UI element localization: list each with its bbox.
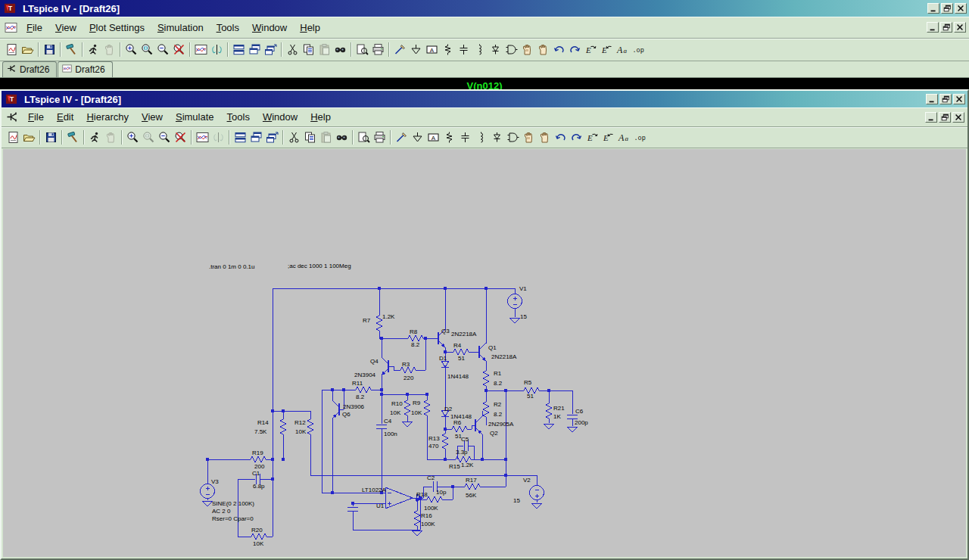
tool-zoomarea-button[interactable] [139, 41, 155, 59]
plot-restore-button[interactable] [941, 3, 953, 14]
tool-dragh-button[interactable] [519, 41, 535, 59]
tool-hand-button[interactable] [535, 41, 551, 59]
tool-run-button[interactable] [87, 129, 103, 147]
plot-document-icon[interactable] [3, 20, 18, 34]
tool-label-button[interactable]: A [425, 129, 441, 147]
tool-print-button[interactable] [370, 41, 386, 59]
component-C8[interactable] [347, 507, 358, 511]
tab-draft26-schematic[interactable]: Draft26 [2, 61, 57, 77]
tool-diode-button[interactable] [489, 129, 505, 147]
tool-panel-button[interactable] [64, 41, 79, 59]
tab-draft26-plot[interactable]: Draft26 [58, 61, 112, 77]
tool-zoomout-button[interactable] [155, 41, 171, 59]
tool-wire-button[interactable] [394, 129, 410, 147]
tool-copy-button[interactable] [302, 129, 318, 147]
menu-file[interactable]: File [22, 109, 50, 125]
tool-plotpane-button[interactable] [195, 129, 210, 147]
menu-tools[interactable]: Tools [210, 20, 245, 36]
menu-view[interactable]: View [49, 20, 83, 36]
tool-comp-button[interactable] [503, 41, 519, 59]
menu-plot-settings[interactable]: Plot Settings [83, 20, 151, 36]
tool-ground-button[interactable] [410, 129, 425, 147]
tool-new-button[interactable] [5, 129, 21, 147]
tool-preview-button[interactable] [356, 129, 372, 147]
component-R13[interactable] [442, 431, 448, 451]
tool-comp-button[interactable] [505, 129, 521, 147]
menu-tools[interactable]: Tools [221, 109, 256, 125]
component-Q1[interactable] [479, 343, 486, 361]
schematic-minimize-button[interactable] [926, 94, 938, 104]
tool-cut-button[interactable] [285, 41, 301, 59]
tool-tile-button[interactable] [232, 129, 248, 147]
schematic-document-icon[interactable] [5, 110, 20, 124]
tool-dragh-button[interactable] [521, 129, 537, 147]
component-R12[interactable] [307, 417, 313, 437]
component-R14[interactable] [280, 417, 286, 437]
tool-rotate-button[interactable]: E [600, 129, 616, 147]
tool-plotpane-button[interactable] [193, 41, 209, 59]
menu-help[interactable]: Help [304, 109, 337, 125]
tool-save-button[interactable] [43, 129, 59, 147]
schematic-close-button[interactable] [953, 94, 965, 104]
component-R21[interactable] [546, 401, 552, 421]
tool-cap-button[interactable] [456, 41, 472, 59]
component-R3[interactable] [398, 367, 418, 373]
component-R11[interactable] [354, 387, 373, 393]
tool-redo-button[interactable] [567, 41, 583, 59]
component-C4[interactable] [376, 425, 387, 428]
component-V1[interactable] [508, 294, 522, 309]
tool-panel-button[interactable] [65, 129, 81, 147]
tool-copy-button[interactable] [301, 41, 316, 59]
tool-wire-button[interactable] [392, 41, 408, 59]
tool-run-button[interactable] [86, 41, 101, 59]
tool-save-button[interactable] [42, 41, 58, 59]
schematic-restore-button[interactable] [939, 94, 952, 104]
tool-cascade-button[interactable] [248, 129, 264, 147]
tool-cascade2-button[interactable] [263, 41, 279, 59]
tool-zoomin-button[interactable] [123, 41, 139, 59]
component-R2[interactable] [483, 400, 489, 419]
tool-zoomfull-button[interactable] [173, 129, 189, 147]
tool-text-button[interactable]: Aa [615, 41, 631, 59]
menu-edit[interactable]: Edit [51, 109, 79, 125]
tool-op-button[interactable]: .op [631, 41, 647, 59]
plot-child-minimize-button[interactable] [927, 22, 939, 33]
schematic-child-close-button[interactable] [952, 112, 964, 123]
component-Q6[interactable] [332, 400, 339, 418]
tool-axis-button[interactable] [209, 41, 225, 59]
component-V3[interactable] [201, 484, 215, 499]
component-R4[interactable] [451, 349, 471, 355]
menu-window[interactable]: Window [257, 109, 304, 125]
tool-preview-button[interactable] [354, 41, 370, 59]
menu-file[interactable]: File [20, 20, 48, 36]
component-R7[interactable] [376, 313, 382, 333]
tool-redo-button[interactable] [569, 129, 584, 147]
tool-res-button[interactable] [440, 41, 456, 59]
tool-hand-button[interactable] [537, 129, 553, 147]
tool-res-button[interactable] [441, 129, 457, 147]
tool-cap-button[interactable] [457, 129, 473, 147]
component-R17[interactable] [463, 484, 482, 490]
tool-find-button[interactable] [334, 129, 350, 147]
plot-child-close-button[interactable] [954, 22, 966, 33]
menu-hierarchy[interactable]: Hierarchy [80, 109, 135, 125]
tool-undo-button[interactable] [553, 129, 569, 147]
plot-window-titlebar[interactable]: T LTspice IV - [Draft26] [0, 0, 969, 17]
schematic-child-minimize-button[interactable] [925, 112, 937, 123]
schematic-canvas[interactable]: .tran 0 1m 0 0.1u;ac dec 1000 1 100MegR7… [3, 149, 966, 557]
plot-child-restore-button[interactable] [940, 22, 952, 33]
tool-print-button[interactable] [372, 129, 388, 147]
component-R19[interactable] [248, 456, 268, 462]
tool-mirror-button[interactable]: E [583, 41, 599, 59]
tool-zoomin-button[interactable] [125, 129, 141, 147]
tool-undo-button[interactable] [551, 41, 567, 59]
tool-cut-button[interactable] [286, 129, 302, 147]
component-Q4[interactable] [382, 357, 388, 375]
tool-text-button[interactable]: Aa [616, 129, 632, 147]
tool-open-button[interactable] [20, 41, 36, 59]
menu-simulation[interactable]: Simulation [151, 20, 210, 36]
menu-window[interactable]: Window [246, 20, 293, 36]
component-R9[interactable] [424, 398, 430, 418]
tool-rotate-button[interactable]: E [599, 41, 615, 59]
tool-ind-button[interactable] [473, 129, 489, 147]
